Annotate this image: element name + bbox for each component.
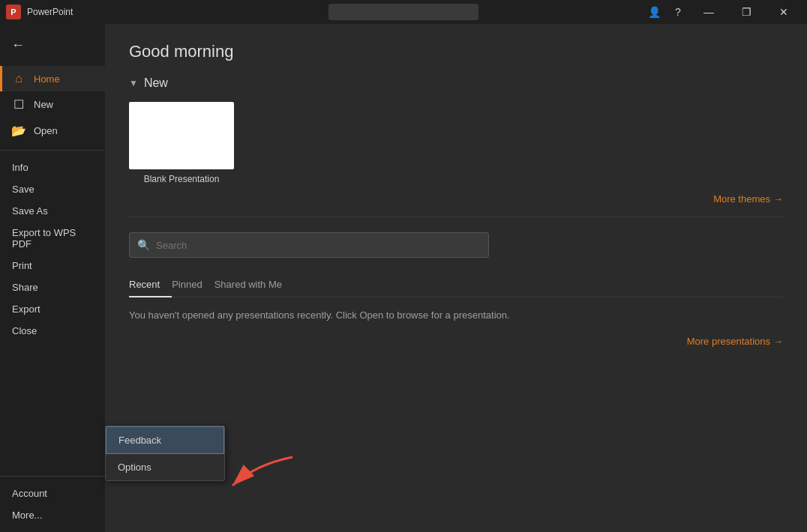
more-presentations-link[interactable]: More presentations → [687, 336, 783, 347]
sidebar-item-info[interactable]: Info [0, 157, 105, 178]
sidebar-item-saveas[interactable]: Save As [0, 200, 105, 222]
template-blank[interactable]: Blank Presentation [129, 102, 234, 184]
minimize-button[interactable]: — [692, 0, 726, 24]
new-section-title: New [144, 76, 168, 90]
feedback-icon-button[interactable]: 👤 [644, 1, 664, 22]
sidebar-item-home[interactable]: ⌂ Home [0, 66, 105, 91]
dropdown-item-feedback[interactable]: Feedback [106, 426, 224, 454]
sidebar-item-open[interactable]: 📂 Open [0, 118, 105, 144]
back-button[interactable]: ← [6, 33, 30, 57]
sidebar-item-more[interactable]: More... [0, 504, 105, 526]
sidebar-label-new: New [34, 99, 53, 110]
more-themes-label: More themes [713, 193, 770, 205]
sidebar-label-home: Home [34, 73, 60, 85]
sidebar-item-new[interactable]: ☐ New [0, 91, 105, 118]
new-icon: ☐ [11, 97, 26, 112]
sidebar-divider-2 [0, 476, 105, 477]
tab-pinned[interactable]: Pinned [172, 273, 214, 297]
dropdown-popup: Feedback Options [105, 426, 225, 481]
sidebar-item-save[interactable]: Save [0, 178, 105, 200]
sidebar-item-account[interactable]: Account [0, 483, 105, 504]
title-search-bar [328, 4, 478, 20]
tab-recent[interactable]: Recent [129, 273, 172, 297]
sidebar-item-close[interactable]: Close [0, 320, 105, 342]
more-themes-row: More themes → [129, 193, 783, 217]
app-icon: P [6, 4, 21, 19]
sidebar: ← ⌂ Home ☐ New 📂 Open Info Save Save As … [0, 24, 105, 532]
app-title: PowerPoint [27, 7, 73, 17]
help-button[interactable]: ? [668, 1, 688, 22]
blank-presentation-thumbnail[interactable] [129, 102, 234, 169]
sidebar-item-export[interactable]: Export [0, 298, 105, 320]
sidebar-divider-1 [0, 150, 105, 151]
blank-presentation-label: Blank Presentation [144, 174, 220, 184]
title-bar-left: P PowerPoint [6, 4, 73, 19]
search-box: 🔍 [129, 232, 489, 258]
title-bar-right: 👤 ? — ❐ ✕ [644, 0, 801, 24]
more-presentations-label: More presentations [687, 336, 770, 347]
templates-row: Blank Presentation [129, 102, 783, 184]
restore-button[interactable]: ❐ [729, 0, 764, 24]
tab-shared[interactable]: Shared with Me [214, 273, 294, 297]
sidebar-label-open: Open [34, 125, 58, 136]
sidebar-bottom: Account More... [0, 470, 105, 532]
sidebar-item-print[interactable]: Print [0, 255, 105, 276]
search-container: 🔍 [129, 232, 783, 258]
new-section-header: ▼ New [129, 76, 783, 90]
close-button[interactable]: ✕ [766, 0, 801, 24]
tabs-row: Recent Pinned Shared with Me [129, 273, 783, 297]
home-icon: ⌂ [11, 72, 26, 85]
title-bar: P PowerPoint 👤 ? — ❐ ✕ [0, 0, 807, 24]
more-presentations-row: More presentations → [129, 336, 783, 347]
search-input[interactable] [156, 240, 481, 251]
greeting-text: Good morning [129, 42, 783, 61]
section-toggle-icon[interactable]: ▼ [129, 78, 138, 88]
more-themes-link[interactable]: More themes → [713, 193, 783, 205]
more-presentations-arrow-icon: → [773, 336, 783, 347]
title-bar-center [328, 4, 478, 20]
search-icon: 🔍 [137, 239, 150, 251]
more-themes-arrow-icon: → [773, 193, 783, 205]
open-icon: 📂 [11, 124, 26, 138]
sidebar-item-share[interactable]: Share [0, 276, 105, 298]
sidebar-item-export-wps[interactable]: Export to WPS PDF [0, 222, 105, 255]
empty-message: You haven't opened any presentations rec… [129, 309, 783, 321]
dropdown-item-options[interactable]: Options [106, 454, 224, 480]
